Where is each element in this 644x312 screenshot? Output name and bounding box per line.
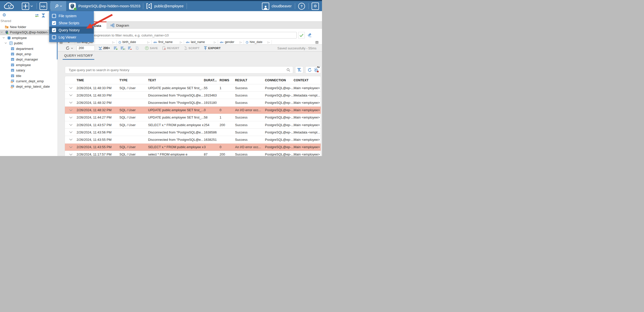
help-icon[interactable]: ? xyxy=(298,3,305,10)
save-button[interactable]: SAVE xyxy=(145,46,158,50)
grid-column-header-last-name[interactable]: abclast_name xyxy=(184,40,218,44)
delete-row-button[interactable] xyxy=(128,46,132,50)
auto-refresh-button[interactable] xyxy=(135,46,139,50)
column-header-connection[interactable]: CONNECTION xyxy=(265,79,294,82)
sort-icon[interactable] xyxy=(112,41,115,44)
tab-query-history[interactable]: QUERY HISTORY xyxy=(64,54,93,57)
sidebar-item-public[interactable]: public xyxy=(0,41,58,46)
column-header-time[interactable]: TIME xyxy=(77,79,119,82)
sidebar-item-employee[interactable]: employee xyxy=(0,35,58,41)
expand-chevron-icon[interactable] xyxy=(65,153,77,155)
filter-button[interactable] xyxy=(295,66,303,73)
navigator-settings-gear-icon[interactable]: ⚙ xyxy=(2,13,6,17)
expand-chevron-icon[interactable] xyxy=(65,87,77,89)
refresh-history-button[interactable] xyxy=(308,68,312,72)
menu-item-query-history[interactable]: Query history xyxy=(49,27,94,34)
filter-expression-input[interactable] xyxy=(63,32,297,38)
sidebar-item-dept-manager[interactable]: dept_manager xyxy=(0,57,58,62)
checkbox-checked-icon[interactable] xyxy=(52,28,56,32)
revert-button[interactable]: REVERT xyxy=(162,46,179,50)
sort-icon[interactable] xyxy=(214,41,216,44)
new-connection-button[interactable] xyxy=(22,3,33,10)
refresh-interval-label: 5s xyxy=(317,66,320,68)
expand-chevron-icon[interactable] xyxy=(65,139,77,141)
sidebar-item-employee[interactable]: employee xyxy=(0,62,58,68)
row-limit-input[interactable] xyxy=(77,46,95,51)
column-header-durat[interactable]: DURAT... xyxy=(204,79,220,82)
close-icon[interactable]: × xyxy=(91,53,93,57)
checkbox-unchecked-icon[interactable] xyxy=(52,35,56,39)
sidebar-item-dept-emp-latest-date[interactable]: dept_emp_latest_date xyxy=(0,84,58,89)
sort-icon[interactable] xyxy=(147,41,150,44)
query-history-row[interactable]: 2/26/2024, 11:43:56 PMDisconnected from … xyxy=(65,128,321,136)
column-header-rows[interactable]: ROWS xyxy=(220,79,235,82)
query-history-row[interactable]: 2/26/2024, 11:48:32 PMDisconnected from … xyxy=(65,99,321,106)
cloudbeaver-logo-icon[interactable] xyxy=(3,2,16,10)
sidebar-scrollbar[interactable] xyxy=(57,41,58,60)
connection-selector[interactable] xyxy=(69,3,76,10)
column-header-text[interactable]: TEXT xyxy=(148,79,204,82)
query-history-row[interactable]: 2/26/2024, 11:43:55 PMSQL / UserSELECT x… xyxy=(65,143,321,151)
schema-selector[interactable] xyxy=(146,3,152,9)
connection-name[interactable]: PostgreSQL@ep-hidden-moon-55203 xyxy=(78,4,140,8)
apply-filter-button[interactable] xyxy=(298,32,305,38)
script-button[interactable]: SCRIPT xyxy=(183,46,200,50)
sidebar-item-title[interactable]: title xyxy=(0,73,58,79)
eraser-icon[interactable] xyxy=(307,33,312,37)
column-header-result[interactable]: RESULT xyxy=(235,79,265,82)
sort-icon[interactable] xyxy=(180,41,182,44)
chevron-down-icon[interactable] xyxy=(1,31,3,33)
query-history-row[interactable]: 2/26/2024, 11:44:27 PMSQL / UserUPDATE p… xyxy=(65,114,321,121)
grid-column-header-birth-date[interactable]: birth_date xyxy=(117,40,152,44)
query-history-row[interactable]: 2/26/2024, 11:48:33 PMSQL / UserUPDATE p… xyxy=(65,84,321,91)
tab-diagram[interactable]: Diagram xyxy=(108,22,132,29)
column-header-context[interactable]: CONTEXT xyxy=(294,79,321,82)
expand-chevron-icon[interactable] xyxy=(65,94,77,96)
query-history-row[interactable]: 2/26/2024, 11:43:55 PMDisconnected from … xyxy=(65,136,321,143)
expand-chevron-icon[interactable] xyxy=(65,116,77,119)
collapse-all-icon[interactable] xyxy=(41,13,45,17)
query-history-search-input[interactable] xyxy=(65,66,293,73)
fetch-more-button[interactable]: 200+ xyxy=(98,46,110,50)
sidebar-item-new-folder[interactable]: New folder xyxy=(0,24,58,30)
sidebar-item-dept-emp[interactable]: dept_emp xyxy=(0,51,58,57)
column-header-type[interactable]: TYPE xyxy=(119,79,148,82)
expand-chevron-icon[interactable] xyxy=(65,109,77,111)
grid-settings-icon[interactable] xyxy=(315,41,318,44)
sidebar-item-current-dept-emp[interactable]: current_dept_emp xyxy=(0,79,58,84)
refresh-button[interactable] xyxy=(65,46,73,50)
sort-icon[interactable] xyxy=(240,41,242,44)
sidebar-item-postgresql-ep-hidden[interactable]: PostgreSQL@ep-hidden- xyxy=(0,30,58,35)
expand-chevron-icon[interactable] xyxy=(65,102,77,104)
chevron-down-icon[interactable] xyxy=(5,42,7,44)
grid-column-header-gender[interactable]: abcgender xyxy=(218,40,244,44)
tools-menu-button[interactable] xyxy=(50,1,66,11)
schema-name[interactable]: public@employee xyxy=(154,4,183,8)
checkbox-unchecked-icon[interactable] xyxy=(52,14,56,18)
query-history-row[interactable]: 2/26/2024, 11:17:57 PMSQL / Userselect *… xyxy=(65,151,321,156)
sidebar-item-salary[interactable]: salary xyxy=(0,68,58,73)
user-menu[interactable]: cloudbeaver xyxy=(262,3,292,10)
query-history-row[interactable]: 2/26/2024, 11:48:32 PMSQL / UserUPDATE p… xyxy=(65,106,321,114)
sync-arrows-icon[interactable] xyxy=(35,14,39,17)
sidebar-item-department[interactable]: department xyxy=(0,46,58,51)
add-row-button[interactable] xyxy=(114,46,118,50)
menu-item-file-system[interactable]: File system xyxy=(49,12,94,19)
sort-icon[interactable] xyxy=(267,41,270,44)
menu-item-log-viewer[interactable]: Log Viewer xyxy=(49,34,94,41)
query-history-row[interactable]: 2/26/2024, 11:43:57 PMSQL / UserSELECT x… xyxy=(65,121,321,128)
expand-chevron-icon[interactable] xyxy=(65,146,77,148)
settings-gear-icon[interactable]: ⚙ xyxy=(312,3,319,10)
menu-item-show-scripts[interactable]: Show Scripts xyxy=(49,19,94,27)
query-history-row[interactable]: 2/26/2024, 11:48:33 PMDisconnected from … xyxy=(65,91,321,99)
expand-chevron-icon[interactable] xyxy=(65,124,77,126)
auto-refresh-timer-button[interactable]: 5s xyxy=(314,68,319,72)
sql-editor-button[interactable]: SQL xyxy=(40,2,47,10)
checkbox-checked-icon[interactable] xyxy=(52,21,56,25)
grid-column-header-hire-date[interactable]: hire_date xyxy=(244,40,272,44)
expand-chevron-icon[interactable] xyxy=(65,131,77,133)
grid-column-header-first-name[interactable]: abcfirst_name xyxy=(152,40,184,44)
chevron-down-icon[interactable] xyxy=(3,37,5,38)
export-button[interactable]: EXPORT xyxy=(204,46,221,50)
duplicate-row-button[interactable]: ( ) xyxy=(120,46,125,50)
